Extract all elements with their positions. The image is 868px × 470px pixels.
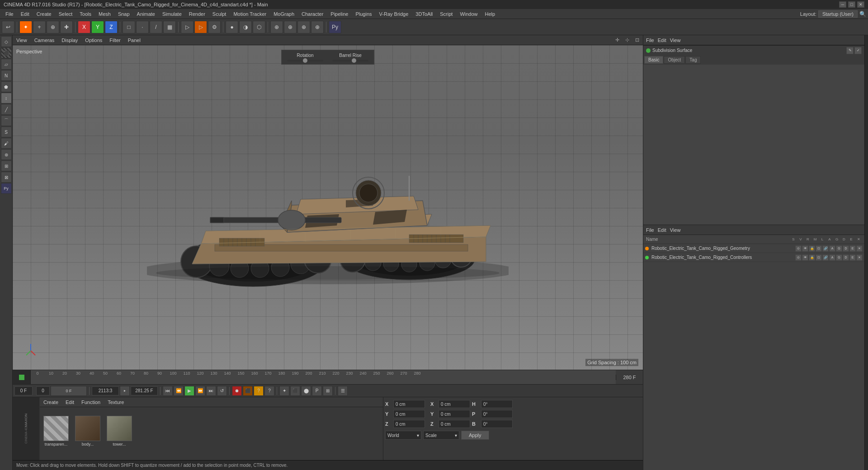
timeline-settings-button[interactable]: ☰ [338, 386, 348, 396]
step-back-button[interactable]: ⏪ [174, 386, 184, 396]
mat-texture[interactable]: Texture [106, 399, 126, 406]
menu-create[interactable]: Create [33, 10, 55, 18]
pb-input-field[interactable]: 0 F [51, 386, 87, 396]
obj-icon-s[interactable]: ⊙ [795, 245, 802, 252]
coord-y-pos[interactable]: 0 cm [393, 410, 425, 418]
mat-edit[interactable]: Edit [64, 399, 76, 406]
menu-3dtoall[interactable]: 3DToAll [412, 10, 436, 18]
vp-icon-crosshair[interactable]: ✛ [613, 36, 621, 44]
menu-motion-tracker[interactable]: Motion Tracker [230, 10, 270, 18]
menu-tools[interactable]: Tools [76, 10, 95, 18]
objects-view[interactable]: View [670, 227, 681, 233]
coord-z-size[interactable]: 0 cm [439, 420, 470, 428]
coord-b-rot[interactable]: 0° [481, 420, 513, 428]
undo-button[interactable]: ↩ [2, 21, 14, 33]
key-grid-button[interactable]: ⊞ [323, 386, 333, 396]
ctrl-icon-e[interactable]: E [849, 254, 856, 261]
scale-button[interactable]: ⊕ [47, 21, 59, 33]
tool-nurbs[interactable]: N [1, 70, 12, 81]
menu-help[interactable]: Help [481, 10, 499, 18]
attr-edit[interactable]: Edit [658, 38, 666, 43]
display-mode-button[interactable]: ● [226, 21, 238, 33]
shading-button[interactable]: ◑ [239, 21, 252, 33]
coord-x-size[interactable]: 0 cm [439, 400, 470, 408]
go-to-start-button[interactable]: ⏮ [163, 386, 173, 396]
attr-view[interactable]: View [670, 38, 681, 43]
python-button[interactable]: Py [329, 21, 341, 33]
world-dropdown[interactable]: World ▾ [385, 431, 421, 440]
coord-p-rot[interactable]: 0° [481, 410, 513, 418]
key-help-button[interactable]: ? [264, 386, 274, 396]
obj-icon-m[interactable]: ⊡ [816, 245, 822, 252]
menu-pipeline[interactable]: Pipeline [327, 10, 352, 18]
tool-surface[interactable]: ▱ [1, 59, 12, 70]
key-sel-button[interactable]: ? [254, 386, 264, 396]
obj-icon-del[interactable]: ✕ [856, 245, 863, 252]
3d-viewport[interactable]: Perspective Rotation Barrel Rise [13, 45, 643, 370]
move-tool-button[interactable]: ✦ [19, 21, 32, 33]
pb-range-btn[interactable]: ▸ [120, 386, 130, 396]
rotate-button[interactable]: ✚ [60, 21, 73, 33]
obj-row-geometry[interactable]: Robotic_Electric_Tank_Camo_Rigged_Geomet… [643, 244, 864, 253]
mirror-button[interactable]: ⊕ [311, 21, 324, 33]
tool-brush[interactable]: 🖌 [1, 138, 12, 149]
soft-selection-button[interactable]: ⊕ [284, 21, 297, 33]
current-frame-field[interactable]: 0 F [14, 386, 33, 395]
obj-icon-e[interactable]: E [849, 245, 856, 252]
point-mode-button[interactable]: · [136, 21, 149, 33]
search-icon[interactable]: 🔍 [859, 11, 866, 17]
edge-mode-button[interactable]: / [150, 21, 162, 33]
rotation-handle[interactable] [303, 58, 307, 63]
obj-icon-g[interactable]: G [836, 245, 842, 252]
key-square-button[interactable]: ⬛ [290, 386, 300, 396]
menu-mesh[interactable]: Mesh [95, 10, 114, 18]
mat-item-transparent[interactable]: transparen... [42, 416, 71, 452]
menu-file[interactable]: File [2, 10, 17, 18]
tool-line[interactable]: ╱ [1, 104, 12, 115]
attr-file[interactable]: File [646, 38, 654, 43]
menu-snap[interactable]: Snap [114, 10, 133, 18]
ctrl-icon-v[interactable]: 👁 [802, 254, 808, 261]
snap-button[interactable]: ⊕ [270, 21, 283, 33]
play-button[interactable]: ▶ [184, 386, 194, 396]
ctrl-icon-g[interactable]: G [836, 254, 842, 261]
key-dot-button[interactable]: P [312, 386, 322, 396]
vp-icon-center[interactable]: ⊹ [623, 36, 631, 44]
edit-icon-btn[interactable]: ✎ [846, 47, 854, 54]
render-button[interactable]: ▷ [194, 21, 207, 33]
tool-polygon[interactable]: ⬟ [1, 81, 12, 92]
ctrl-icon-a[interactable]: A [829, 254, 835, 261]
loop-button[interactable]: ↺ [217, 386, 227, 396]
minimize-button[interactable]: ─ [839, 1, 846, 8]
menu-select[interactable]: Select [55, 10, 76, 18]
motion-path-button[interactable]: ✦ [279, 386, 289, 396]
tool-sculpt[interactable]: ⊛ [1, 149, 12, 160]
tool-texture[interactable]: ⊠ [1, 172, 12, 183]
step-forward-button[interactable]: ⏩ [195, 386, 205, 396]
menu-animate[interactable]: Animate [133, 10, 159, 18]
attr-tab-object[interactable]: Object [664, 56, 685, 64]
rotation-slider[interactable] [287, 60, 323, 61]
barrel-rise-slider[interactable] [332, 60, 368, 61]
mat-function[interactable]: Function [80, 399, 102, 406]
objects-edit[interactable]: Edit [658, 227, 666, 233]
menu-mograph[interactable]: MoGraph [270, 10, 298, 18]
obj-icon-v[interactable]: 👁 [802, 245, 808, 252]
layout-value[interactable]: Startup (User) [818, 10, 858, 18]
x-axis-button[interactable]: X [78, 21, 90, 33]
render-settings-button[interactable]: ⚙ [208, 21, 221, 33]
apply-button[interactable]: Apply [461, 431, 489, 440]
ctrl-icon-d[interactable]: D [843, 254, 849, 261]
tool-checkerboard[interactable]: ⬛ [1, 47, 12, 58]
tool-select[interactable]: ↕ [1, 93, 12, 103]
coord-z-pos[interactable]: 0 cm [393, 420, 425, 428]
attr-tab-basic[interactable]: Basic [644, 56, 663, 64]
menu-character[interactable]: Character [298, 10, 327, 18]
coord-x-pos[interactable]: 0 cm [393, 400, 425, 408]
mat-create[interactable]: Create [42, 399, 60, 406]
select-button[interactable]: + [33, 21, 46, 33]
tool-object-move[interactable]: ◇ [1, 36, 12, 47]
record-button[interactable]: ⏺ [232, 386, 242, 396]
min-frame-field[interactable]: 0 [36, 386, 50, 395]
vp-menu-view[interactable]: View [14, 37, 29, 44]
